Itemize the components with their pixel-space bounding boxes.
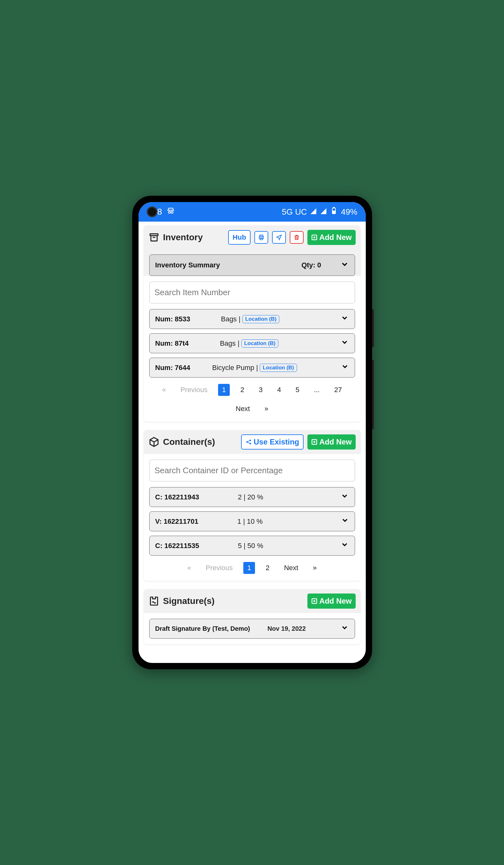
containers-title: Container(s) — [163, 437, 215, 447]
svg-rect-3 — [333, 211, 335, 213]
battery-label: 49% — [341, 207, 357, 217]
svg-rect-8 — [260, 238, 262, 240]
signal-icon-1 — [310, 207, 317, 217]
chevron-down-icon — [341, 362, 349, 373]
container-id: V: 162211701 — [155, 517, 199, 526]
item-desc: Bags | — [220, 339, 239, 348]
battery-icon — [330, 207, 338, 217]
inventory-card: Inventory Hub Add New Inventory Summary … — [144, 226, 361, 422]
inventory-add-button[interactable]: Add New — [307, 230, 356, 245]
page-5[interactable]: 5 — [292, 384, 303, 396]
page-first[interactable]: « — [184, 562, 195, 574]
item-desc: Bicycle Pump | — [212, 364, 258, 372]
item-num: Num: 87t4 — [155, 339, 189, 348]
svg-rect-5 — [150, 234, 158, 236]
signatures-card: Signature(s) Add New Draft Signature By … — [144, 589, 361, 644]
containers-search-input[interactable] — [149, 460, 355, 482]
signature-label: Draft Signature By (Test, Demo) — [155, 625, 250, 632]
delete-button[interactable] — [290, 231, 304, 244]
page-next[interactable]: Next — [232, 403, 254, 415]
svg-point-11 — [249, 440, 251, 441]
svg-point-0 — [168, 211, 171, 214]
camera-cutout — [147, 206, 157, 217]
containers-pagination: « Previous 1 2 Next » — [149, 560, 355, 574]
plus-icon — [311, 598, 317, 604]
page-3[interactable]: 3 — [255, 384, 266, 396]
signatures-add-label: Add New — [319, 597, 352, 606]
chevron-down-icon — [341, 516, 349, 527]
container-id: C: 162211943 — [155, 493, 199, 501]
plus-icon — [311, 234, 317, 241]
share-icon — [246, 439, 252, 445]
container-id: C: 162211535 — [155, 542, 199, 550]
page-first[interactable]: « — [159, 384, 170, 396]
chevron-down-icon — [341, 541, 349, 551]
inventory-item-row[interactable]: Num: 8533 Bags |Location (B) — [149, 309, 355, 329]
summary-label: Inventory Summary — [155, 261, 220, 269]
chevron-down-icon — [340, 260, 349, 270]
signature-date: Nov 19, 2022 — [268, 625, 306, 632]
svg-point-1 — [171, 211, 173, 214]
location-pill[interactable]: Location (B) — [260, 364, 297, 372]
page-last[interactable]: » — [261, 403, 272, 415]
container-info: 5 | 50 % — [238, 542, 263, 550]
use-existing-button[interactable]: Use Existing — [241, 435, 304, 450]
page-last[interactable]: » — [309, 562, 320, 574]
chevron-down-icon — [341, 314, 349, 324]
inventory-pagination: « Previous 1 2 3 4 5 ... 27 Next » — [149, 382, 355, 415]
send-button[interactable] — [272, 231, 286, 244]
item-desc: Bags | — [221, 315, 241, 323]
containers-add-button[interactable]: Add New — [307, 435, 356, 450]
page-dots: ... — [310, 384, 324, 396]
summary-qty: Qty: 0 — [301, 261, 321, 269]
location-pill[interactable]: Location (B) — [242, 339, 278, 348]
container-info: 1 | 10 % — [237, 517, 262, 526]
inventory-search-input[interactable] — [149, 281, 355, 303]
page-last-num[interactable]: 27 — [330, 384, 345, 396]
container-row[interactable]: V: 162211701 1 | 10 % — [149, 511, 355, 531]
network-label: 5G UC — [282, 207, 307, 217]
status-bar: 58 5G UC 49% — [139, 202, 366, 222]
page-4[interactable]: 4 — [273, 384, 285, 396]
containers-add-label: Add New — [319, 438, 352, 446]
archive-icon — [149, 232, 160, 243]
chevron-down-icon — [341, 623, 349, 634]
print-button[interactable] — [254, 231, 268, 244]
signature-row[interactable]: Draft Signature By (Test, Demo) Nov 19, … — [149, 619, 355, 639]
hub-button[interactable]: Hub — [228, 230, 250, 245]
page-prev[interactable]: Previous — [202, 562, 237, 574]
location-pill[interactable]: Location (B) — [242, 315, 279, 323]
inventory-summary-row[interactable]: Inventory Summary Qty: 0 — [149, 254, 355, 276]
incognito-icon — [167, 207, 175, 217]
signature-icon — [149, 596, 160, 607]
container-row[interactable]: C: 162211535 5 | 50 % — [149, 536, 355, 556]
page-prev[interactable]: Previous — [177, 384, 211, 396]
chevron-down-icon — [341, 338, 349, 348]
svg-rect-4 — [333, 207, 335, 208]
inventory-item-row[interactable]: Num: 87t4 Bags |Location (B) — [149, 333, 355, 353]
item-num: Num: 7644 — [155, 364, 190, 372]
containers-card: Container(s) Use Existing Add New C: 162… — [144, 430, 361, 581]
container-row[interactable]: C: 162211943 2 | 20 % — [149, 487, 355, 507]
chevron-down-icon — [341, 492, 349, 502]
page-2[interactable]: 2 — [237, 384, 248, 396]
signal-icon-2 — [320, 207, 327, 217]
inventory-add-label: Add New — [319, 233, 352, 242]
svg-point-10 — [246, 441, 248, 443]
signatures-add-button[interactable]: Add New — [307, 593, 356, 609]
svg-point-12 — [249, 443, 251, 445]
signatures-title: Signature(s) — [163, 596, 214, 606]
page-2[interactable]: 2 — [262, 562, 273, 574]
page-1[interactable]: 1 — [243, 562, 255, 574]
use-existing-label: Use Existing — [254, 438, 299, 446]
plus-icon — [311, 439, 317, 445]
box-icon — [149, 437, 160, 447]
container-info: 2 | 20 % — [238, 493, 263, 501]
inventory-item-row[interactable]: Num: 7644 Bicycle Pump |Location (B) — [149, 358, 355, 378]
page-next[interactable]: Next — [280, 562, 302, 574]
inventory-title: Inventory — [163, 232, 203, 242]
item-num: Num: 8533 — [155, 315, 190, 323]
page-1[interactable]: 1 — [218, 384, 230, 396]
